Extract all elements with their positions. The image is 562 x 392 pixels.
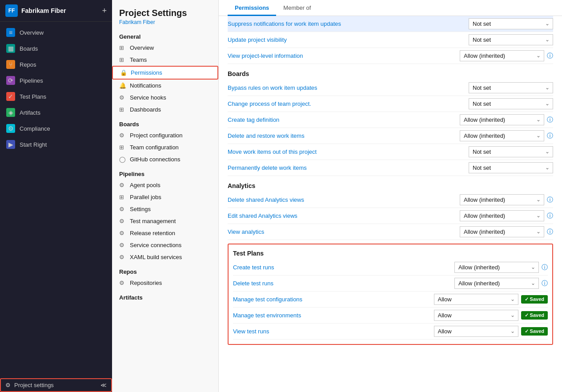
menu-icon: ◯ [119, 156, 126, 163]
perm-select[interactable]: Not setAllowDenyAllow (inherited)Deny (i… [454, 278, 539, 289]
info-icon[interactable]: ⓘ [542, 280, 548, 288]
partial-row-select-wrap: Not setAllowDeny [469, 18, 553, 29]
table-row: Create tag definitionNot setAllowDenyAll… [228, 112, 553, 128]
menu-icon: ⊞ [119, 106, 126, 113]
middle-header: Project Settings Fabrikam Fiber [112, 0, 218, 28]
menu-item-agent-pools[interactable]: ⚙ Agent pools [112, 179, 218, 191]
perm-label: Update project visibility [228, 36, 469, 43]
menu-item-team-configuration[interactable]: ⊞ Team configuration [112, 141, 218, 153]
select-wrapper: Not setAllowDenyAllow (inherited)Deny (i… [469, 162, 553, 173]
info-icon[interactable]: ⓘ [547, 116, 553, 124]
perm-select[interactable]: Not setAllowDenyAllow (inherited)Deny (i… [460, 114, 544, 125]
perm-select-wrap: Not setAllowDenyAllow (inherited)Deny (i… [454, 262, 548, 273]
perm-select[interactable]: Not setAllowDenyAllow (inherited)Deny (i… [434, 294, 518, 305]
table-row: Delete test runsNot setAllowDenyAllow (i… [233, 276, 548, 292]
menu-item-teams[interactable]: ⊞ Teams [112, 54, 218, 66]
menu-item-dashboards[interactable]: ⊞ Dashboards [112, 104, 218, 116]
perm-label: Bypass rules on work item updates [228, 84, 469, 91]
info-icon[interactable]: ⓘ [547, 196, 553, 204]
menu-item-project-configuration[interactable]: ⚙ Project configuration [112, 129, 218, 141]
perm-select[interactable]: Not setAllowDenyAllow (inherited)Deny (i… [434, 326, 518, 337]
perm-select[interactable]: Not setAllowDenyAllow (inherited)Deny (i… [469, 98, 553, 109]
add-project-icon[interactable]: + [102, 6, 107, 16]
menu-item-xaml-build-services[interactable]: ⚙ XAML build services [112, 251, 218, 263]
menu-item-permissions[interactable]: 🔒 Permissions [112, 66, 218, 80]
nav-item-start-right[interactable]: ▶ Start Right [0, 136, 112, 152]
nav-item-repos[interactable]: ⑂ Repos [0, 56, 112, 72]
test-plans-rows: Create test runsNot setAllowDenyAllow (i… [233, 260, 548, 340]
nav-item-overview[interactable]: ≡ Overview [0, 24, 112, 40]
org-name: Fabrikam Fiber [21, 7, 98, 14]
menu-item-parallel-jobs[interactable]: ⊞ Parallel jobs [112, 191, 218, 203]
collapse-icon[interactable]: ≪ [100, 382, 107, 388]
nav-item-artifacts[interactable]: ◈ Artifacts [0, 104, 112, 120]
menu-icon: ⚙ [119, 242, 126, 248]
section-boards: Boards [112, 116, 218, 129]
perm-select[interactable]: Not setAllowDenyAllow (inherited)Deny (i… [460, 210, 544, 221]
info-icon[interactable]: ⓘ [547, 52, 553, 60]
nav-items-list: ≡ Overview ▦ Boards ⑂ Repos ⟳ Pipelines … [0, 22, 112, 378]
menu-item-service-connections[interactable]: ⚙ Service connections [112, 239, 218, 251]
tabs-bar: PermissionsMember of [219, 0, 562, 16]
overview-label: Overview [20, 29, 44, 36]
test-plans-icon: ✓ [6, 92, 15, 101]
menu-item-overview[interactable]: ⊞ Overview [112, 42, 218, 54]
table-row: View project-level informationNot setAll… [228, 48, 553, 64]
select-wrapper: Not setAllowDenyAllow (inherited)Deny (i… [469, 34, 553, 45]
menu-icon: ⚙ [119, 206, 126, 212]
perm-select[interactable]: Not setAllowDenyAllow (inherited)Deny (i… [434, 310, 518, 321]
permissions-area: Suppress notifications for work item upd… [219, 16, 562, 392]
perm-select[interactable]: Not setAllowDenyAllow (inherited)Deny (i… [460, 194, 544, 205]
perm-select[interactable]: Not setAllowDenyAllow (inherited)Deny (i… [469, 34, 553, 45]
perm-label: Manage test environments [233, 312, 434, 319]
info-icon[interactable]: ⓘ [547, 132, 553, 140]
table-row: Update project visibilityNot setAllowDen… [228, 32, 553, 48]
table-row: Permanently delete work itemsNot setAllo… [228, 160, 553, 176]
menu-item-test-management[interactable]: ⚙ Test management [112, 215, 218, 227]
menu-item-github-connections[interactable]: ◯ GitHub connections [112, 153, 218, 165]
menu-item-notifications[interactable]: 🔔 Notifications [112, 80, 218, 92]
menu-icon: ⊞ [119, 56, 126, 63]
perm-select[interactable]: Not setAllowDenyAllow (inherited)Deny (i… [469, 82, 553, 93]
perm-select[interactable]: Not setAllowDenyAllow (inherited)Deny (i… [460, 130, 544, 141]
menu-item-repositories[interactable]: ⚙ Repositories [112, 277, 218, 289]
info-icon[interactable]: ⓘ [547, 228, 553, 236]
perm-select[interactable]: Not setAllowDenyAllow (inherited)Deny (i… [460, 50, 544, 61]
nav-item-boards[interactable]: ▦ Boards [0, 40, 112, 56]
overview-icon: ≡ [6, 28, 15, 37]
menu-item-service-hooks[interactable]: ⚙ Service hooks [112, 92, 218, 104]
menu-icon: ⚙ [119, 230, 126, 236]
saved-badge: ✓ Saved [521, 295, 548, 304]
menu-label: Overview [130, 44, 154, 51]
table-row: Edit shared Analytics viewsNot setAllowD… [228, 208, 553, 224]
menu-label: Settings [130, 206, 151, 212]
perm-label: Create test runs [233, 264, 454, 271]
perm-select[interactable]: Not setAllowDenyAllow (inherited)Deny (i… [469, 162, 553, 173]
perm-select[interactable]: Not setAllowDenyAllow (inherited)Deny (i… [469, 146, 553, 157]
project-settings-label: Project settings [14, 382, 54, 388]
menu-item-release-retention[interactable]: ⚙ Release retention [112, 227, 218, 239]
tab-permissions[interactable]: Permissions [228, 0, 276, 16]
nav-item-pipelines[interactable]: ⟳ Pipelines [0, 72, 112, 88]
menu-icon: 🔒 [120, 69, 127, 76]
panel-title: Project Settings [119, 8, 211, 18]
menu-label: Service connections [130, 242, 181, 248]
perm-select-wrap: Not setAllowDenyAllow (inherited)Deny (i… [460, 226, 553, 237]
menu-label: Test management [130, 218, 176, 224]
select-wrapper: Not setAllowDenyAllow (inherited)Deny (i… [460, 194, 544, 205]
analytics-section: Analytics Delete shared Analytics viewsN… [228, 176, 553, 240]
project-settings-nav[interactable]: ⚙ Project settings ≪ [0, 378, 112, 392]
menu-item-settings[interactable]: ⚙ Settings [112, 203, 218, 215]
table-row: Manage test configurationsNot setAllowDe… [233, 292, 548, 308]
nav-item-test-plans[interactable]: ✓ Test Plans [0, 88, 112, 104]
perm-select-wrap: Not setAllowDenyAllow (inherited)Deny (i… [434, 310, 548, 321]
table-row: View analyticsNot setAllowDenyAllow (inh… [228, 224, 553, 240]
nav-item-compliance[interactable]: ⚙ Compliance [0, 120, 112, 136]
perm-select-wrap: Not setAllowDenyAllow (inherited)Deny (i… [469, 162, 553, 173]
info-icon[interactable]: ⓘ [542, 264, 548, 272]
tab-member-of[interactable]: Member of [276, 0, 318, 16]
perm-select[interactable]: Not setAllowDenyAllow (inherited)Deny (i… [460, 226, 544, 237]
info-icon[interactable]: ⓘ [547, 212, 553, 220]
partial-row-select[interactable]: Not setAllowDeny [469, 18, 553, 29]
perm-select[interactable]: Not setAllowDenyAllow (inherited)Deny (i… [454, 262, 539, 273]
